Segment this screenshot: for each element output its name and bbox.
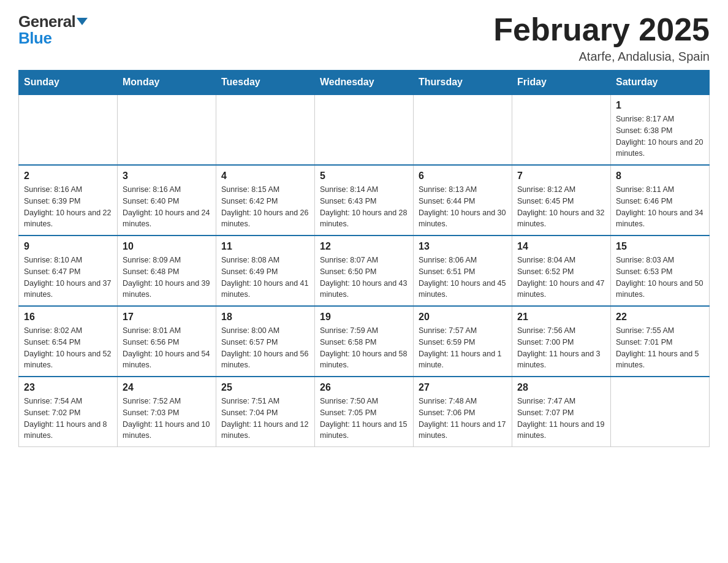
calendar-cell: 13Sunrise: 8:06 AMSunset: 6:51 PMDayligh… [414,236,512,306]
day-info: Sunrise: 8:09 AMSunset: 6:48 PMDaylight:… [123,255,211,301]
week-row-3: 9Sunrise: 8:10 AMSunset: 6:47 PMDaylight… [19,236,710,306]
day-info: Sunrise: 8:10 AMSunset: 6:47 PMDaylight:… [24,255,112,301]
logo: General Blue [18,12,88,48]
calendar-cell: 14Sunrise: 8:04 AMSunset: 6:52 PMDayligh… [512,236,611,306]
day-info: Sunrise: 7:57 AMSunset: 6:59 PMDaylight:… [419,325,507,371]
calendar-cell: 10Sunrise: 8:09 AMSunset: 6:48 PMDayligh… [118,236,216,306]
logo-arrow-icon [77,18,88,25]
day-info: Sunrise: 7:50 AMSunset: 7:05 PMDaylight:… [320,396,408,442]
day-info: Sunrise: 7:51 AMSunset: 7:04 PMDaylight:… [221,396,309,442]
day-number: 26 [320,382,408,393]
day-info: Sunrise: 7:59 AMSunset: 6:58 PMDaylight:… [320,325,408,371]
day-number: 25 [221,382,309,393]
calendar-cell [19,94,118,165]
calendar-cell: 17Sunrise: 8:01 AMSunset: 6:56 PMDayligh… [118,306,216,377]
day-number: 9 [24,241,112,252]
calendar-cell [414,94,512,165]
calendar-table: SundayMondayTuesdayWednesdayThursdayFrid… [18,70,710,447]
week-row-2: 2Sunrise: 8:16 AMSunset: 6:39 PMDaylight… [19,165,710,236]
day-number: 6 [419,170,507,182]
title-block: February 2025 Atarfe, Andalusia, Spain [493,12,710,64]
day-number: 24 [123,382,211,393]
logo-blue-text: Blue [18,29,51,48]
day-info: Sunrise: 7:48 AMSunset: 7:06 PMDaylight:… [419,396,507,442]
calendar-cell: 15Sunrise: 8:03 AMSunset: 6:53 PMDayligh… [611,236,710,306]
calendar-cell: 7Sunrise: 8:12 AMSunset: 6:45 PMDaylight… [512,165,611,236]
day-number: 14 [517,241,605,252]
day-info: Sunrise: 8:12 AMSunset: 6:45 PMDaylight:… [517,184,605,230]
day-number: 1 [616,100,704,111]
calendar-cell: 2Sunrise: 8:16 AMSunset: 6:39 PMDaylight… [19,165,118,236]
weekday-header-sunday: Sunday [19,71,118,95]
calendar-cell: 19Sunrise: 7:59 AMSunset: 6:58 PMDayligh… [315,306,414,377]
calendar-cell: 18Sunrise: 8:00 AMSunset: 6:57 PMDayligh… [216,306,315,377]
day-info: Sunrise: 8:02 AMSunset: 6:54 PMDaylight:… [24,325,112,371]
week-row-4: 16Sunrise: 8:02 AMSunset: 6:54 PMDayligh… [19,306,710,377]
calendar-cell: 26Sunrise: 7:50 AMSunset: 7:05 PMDayligh… [315,377,414,447]
calendar-cell: 6Sunrise: 8:13 AMSunset: 6:44 PMDaylight… [414,165,512,236]
calendar-cell: 4Sunrise: 8:15 AMSunset: 6:42 PMDaylight… [216,165,315,236]
weekday-header-thursday: Thursday [414,71,512,95]
calendar-cell: 21Sunrise: 7:56 AMSunset: 7:00 PMDayligh… [512,306,611,377]
day-number: 16 [24,312,112,323]
day-info: Sunrise: 8:13 AMSunset: 6:44 PMDaylight:… [419,184,507,230]
day-info: Sunrise: 7:55 AMSunset: 7:01 PMDaylight:… [616,325,704,371]
day-info: Sunrise: 7:54 AMSunset: 7:02 PMDaylight:… [24,396,112,442]
day-number: 5 [320,170,408,182]
day-number: 7 [517,170,605,182]
calendar-cell [118,94,216,165]
day-info: Sunrise: 8:17 AMSunset: 6:38 PMDaylight:… [616,113,704,159]
day-number: 2 [24,170,112,182]
weekday-header-saturday: Saturday [611,71,710,95]
calendar-body: 1Sunrise: 8:17 AMSunset: 6:38 PMDaylight… [19,94,710,447]
day-info: Sunrise: 8:11 AMSunset: 6:46 PMDaylight:… [616,184,704,230]
day-info: Sunrise: 8:00 AMSunset: 6:57 PMDaylight:… [221,325,309,371]
weekday-header-monday: Monday [118,71,216,95]
day-number: 12 [320,241,408,252]
calendar-cell: 12Sunrise: 8:07 AMSunset: 6:50 PMDayligh… [315,236,414,306]
calendar-cell [611,377,710,447]
calendar-cell: 11Sunrise: 8:08 AMSunset: 6:49 PMDayligh… [216,236,315,306]
day-info: Sunrise: 8:07 AMSunset: 6:50 PMDaylight:… [320,255,408,301]
calendar-cell: 23Sunrise: 7:54 AMSunset: 7:02 PMDayligh… [19,377,118,447]
calendar-cell [315,94,414,165]
calendar-header: SundayMondayTuesdayWednesdayThursdayFrid… [19,71,710,95]
calendar-cell: 22Sunrise: 7:55 AMSunset: 7:01 PMDayligh… [611,306,710,377]
weekday-header-friday: Friday [512,71,611,95]
day-info: Sunrise: 7:47 AMSunset: 7:07 PMDaylight:… [517,396,605,442]
weekday-header-tuesday: Tuesday [216,71,315,95]
day-info: Sunrise: 8:06 AMSunset: 6:51 PMDaylight:… [419,255,507,301]
weekday-header-wednesday: Wednesday [315,71,414,95]
day-number: 18 [221,312,309,323]
day-number: 27 [419,382,507,393]
day-number: 28 [517,382,605,393]
day-number: 11 [221,241,309,252]
calendar-cell: 5Sunrise: 8:14 AMSunset: 6:43 PMDaylight… [315,165,414,236]
calendar-cell: 1Sunrise: 8:17 AMSunset: 6:38 PMDaylight… [611,94,710,165]
day-number: 8 [616,170,704,182]
day-number: 21 [517,312,605,323]
day-number: 23 [24,382,112,393]
calendar-cell: 24Sunrise: 7:52 AMSunset: 7:03 PMDayligh… [118,377,216,447]
calendar-cell: 8Sunrise: 8:11 AMSunset: 6:46 PMDaylight… [611,165,710,236]
day-number: 3 [123,170,211,182]
calendar-cell: 3Sunrise: 8:16 AMSunset: 6:40 PMDaylight… [118,165,216,236]
day-info: Sunrise: 8:08 AMSunset: 6:49 PMDaylight:… [221,255,309,301]
calendar-cell: 9Sunrise: 8:10 AMSunset: 6:47 PMDaylight… [19,236,118,306]
page-header: General Blue February 2025 Atarfe, Andal… [18,12,710,64]
calendar-cell: 25Sunrise: 7:51 AMSunset: 7:04 PMDayligh… [216,377,315,447]
day-number: 13 [419,241,507,252]
day-info: Sunrise: 7:56 AMSunset: 7:00 PMDaylight:… [517,325,605,371]
weekday-row: SundayMondayTuesdayWednesdayThursdayFrid… [19,71,710,95]
day-info: Sunrise: 8:04 AMSunset: 6:52 PMDaylight:… [517,255,605,301]
calendar-cell: 16Sunrise: 8:02 AMSunset: 6:54 PMDayligh… [19,306,118,377]
day-number: 19 [320,312,408,323]
day-number: 15 [616,241,704,252]
day-info: Sunrise: 8:16 AMSunset: 6:39 PMDaylight:… [24,184,112,230]
day-number: 20 [419,312,507,323]
week-row-5: 23Sunrise: 7:54 AMSunset: 7:02 PMDayligh… [19,377,710,447]
day-info: Sunrise: 8:16 AMSunset: 6:40 PMDaylight:… [123,184,211,230]
day-info: Sunrise: 8:15 AMSunset: 6:42 PMDaylight:… [221,184,309,230]
day-number: 10 [123,241,211,252]
calendar-cell: 20Sunrise: 7:57 AMSunset: 6:59 PMDayligh… [414,306,512,377]
